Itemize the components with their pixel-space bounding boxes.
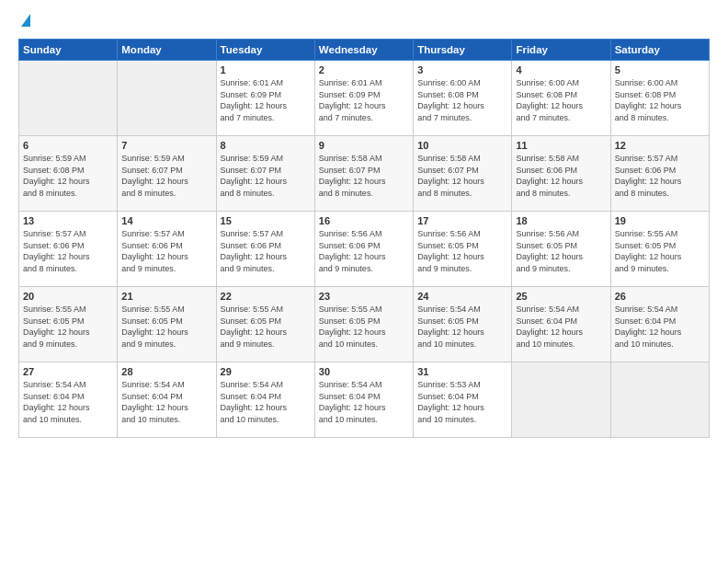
day-cell: 10Sunrise: 5:58 AM Sunset: 6:07 PM Dayli… — [414, 136, 512, 212]
day-info: Sunrise: 5:55 AM Sunset: 6:05 PM Dayligh… — [319, 304, 409, 350]
day-number: 20 — [23, 291, 113, 302]
day-number: 25 — [516, 291, 606, 302]
day-cell: 24Sunrise: 5:54 AM Sunset: 6:05 PM Dayli… — [414, 287, 512, 362]
day-cell: 14Sunrise: 5:57 AM Sunset: 6:06 PM Dayli… — [118, 212, 216, 287]
day-info: Sunrise: 5:54 AM Sunset: 6:04 PM Dayligh… — [615, 304, 705, 350]
week-row-5: 27Sunrise: 5:54 AM Sunset: 6:04 PM Dayli… — [19, 362, 710, 438]
day-number: 9 — [319, 140, 409, 151]
day-number: 1 — [221, 64, 311, 75]
day-number: 4 — [516, 64, 606, 75]
day-info: Sunrise: 5:54 AM Sunset: 6:05 PM Dayligh… — [417, 304, 507, 350]
day-cell: 13Sunrise: 5:57 AM Sunset: 6:06 PM Dayli… — [19, 212, 118, 287]
day-cell: 28Sunrise: 5:54 AM Sunset: 6:04 PM Dayli… — [118, 362, 216, 438]
day-number: 24 — [417, 291, 507, 302]
day-cell — [610, 362, 709, 438]
header-monday: Monday — [118, 40, 216, 61]
day-cell: 22Sunrise: 5:55 AM Sunset: 6:05 PM Dayli… — [216, 287, 314, 362]
day-cell: 8Sunrise: 5:59 AM Sunset: 6:07 PM Daylig… — [216, 136, 314, 212]
day-info: Sunrise: 5:55 AM Sunset: 6:05 PM Dayligh… — [23, 304, 113, 350]
header — [18, 17, 710, 29]
day-info: Sunrise: 6:01 AM Sunset: 6:09 PM Dayligh… — [319, 77, 409, 123]
day-cell: 4Sunrise: 6:00 AM Sunset: 6:08 PM Daylig… — [512, 61, 610, 136]
day-info: Sunrise: 6:00 AM Sunset: 6:08 PM Dayligh… — [615, 77, 705, 123]
day-number: 28 — [121, 366, 211, 377]
day-number: 13 — [23, 215, 113, 226]
day-number: 27 — [23, 366, 113, 377]
week-row-4: 20Sunrise: 5:55 AM Sunset: 6:05 PM Dayli… — [19, 287, 710, 362]
day-number: 2 — [319, 64, 409, 75]
day-cell: 23Sunrise: 5:55 AM Sunset: 6:05 PM Dayli… — [314, 287, 413, 362]
day-info: Sunrise: 5:54 AM Sunset: 6:04 PM Dayligh… — [516, 304, 606, 350]
day-number: 11 — [516, 140, 606, 151]
header-tuesday: Tuesday — [216, 40, 314, 61]
day-info: Sunrise: 6:00 AM Sunset: 6:08 PM Dayligh… — [417, 77, 507, 123]
week-row-1: 1Sunrise: 6:01 AM Sunset: 6:09 PM Daylig… — [19, 61, 710, 136]
day-info: Sunrise: 5:56 AM Sunset: 6:05 PM Dayligh… — [516, 228, 606, 274]
day-cell: 18Sunrise: 5:56 AM Sunset: 6:05 PM Dayli… — [512, 212, 610, 287]
week-row-2: 6Sunrise: 5:59 AM Sunset: 6:08 PM Daylig… — [19, 136, 710, 212]
day-number: 14 — [121, 215, 211, 226]
header-row: SundayMondayTuesdayWednesdayThursdayFrid… — [19, 40, 710, 61]
page: SundayMondayTuesdayWednesdayThursdayFrid… — [0, 0, 728, 563]
day-number: 18 — [516, 215, 606, 226]
day-number: 6 — [23, 140, 113, 151]
day-info: Sunrise: 5:57 AM Sunset: 6:06 PM Dayligh… — [615, 153, 705, 199]
day-cell: 6Sunrise: 5:59 AM Sunset: 6:08 PM Daylig… — [19, 136, 118, 212]
week-row-3: 13Sunrise: 5:57 AM Sunset: 6:06 PM Dayli… — [19, 212, 710, 287]
day-cell: 1Sunrise: 6:01 AM Sunset: 6:09 PM Daylig… — [216, 61, 314, 136]
day-cell: 16Sunrise: 5:56 AM Sunset: 6:06 PM Dayli… — [314, 212, 413, 287]
day-number: 7 — [121, 140, 211, 151]
day-cell — [19, 61, 118, 136]
day-info: Sunrise: 5:57 AM Sunset: 6:06 PM Dayligh… — [221, 228, 311, 274]
header-sunday: Sunday — [19, 40, 118, 61]
day-cell: 11Sunrise: 5:58 AM Sunset: 6:06 PM Dayli… — [512, 136, 610, 212]
day-cell: 29Sunrise: 5:54 AM Sunset: 6:04 PM Dayli… — [216, 362, 314, 438]
day-cell: 25Sunrise: 5:54 AM Sunset: 6:04 PM Dayli… — [512, 287, 610, 362]
day-info: Sunrise: 6:01 AM Sunset: 6:09 PM Dayligh… — [221, 77, 311, 123]
day-number: 10 — [417, 140, 507, 151]
day-cell: 9Sunrise: 5:58 AM Sunset: 6:07 PM Daylig… — [314, 136, 413, 212]
day-info: Sunrise: 5:58 AM Sunset: 6:07 PM Dayligh… — [319, 153, 409, 199]
day-number: 3 — [417, 64, 507, 75]
day-number: 31 — [417, 366, 507, 377]
day-cell — [118, 61, 216, 136]
day-info: Sunrise: 5:59 AM Sunset: 6:07 PM Dayligh… — [221, 153, 311, 199]
day-info: Sunrise: 5:54 AM Sunset: 6:04 PM Dayligh… — [23, 379, 113, 425]
header-thursday: Thursday — [414, 40, 512, 61]
day-cell: 12Sunrise: 5:57 AM Sunset: 6:06 PM Dayli… — [610, 136, 709, 212]
day-number: 23 — [319, 291, 409, 302]
day-info: Sunrise: 5:56 AM Sunset: 6:06 PM Dayligh… — [319, 228, 409, 274]
day-cell: 17Sunrise: 5:56 AM Sunset: 6:05 PM Dayli… — [414, 212, 512, 287]
day-number: 16 — [319, 215, 409, 226]
day-info: Sunrise: 5:56 AM Sunset: 6:05 PM Dayligh… — [417, 228, 507, 274]
day-info: Sunrise: 5:55 AM Sunset: 6:05 PM Dayligh… — [121, 304, 211, 350]
day-info: Sunrise: 6:00 AM Sunset: 6:08 PM Dayligh… — [516, 77, 606, 123]
day-cell: 2Sunrise: 6:01 AM Sunset: 6:09 PM Daylig… — [314, 61, 413, 136]
calendar-header: SundayMondayTuesdayWednesdayThursdayFrid… — [19, 40, 710, 61]
day-number: 29 — [221, 366, 311, 377]
day-number: 21 — [121, 291, 211, 302]
day-info: Sunrise: 5:58 AM Sunset: 6:07 PM Dayligh… — [417, 153, 507, 199]
day-info: Sunrise: 5:59 AM Sunset: 6:07 PM Dayligh… — [121, 153, 211, 199]
day-info: Sunrise: 5:54 AM Sunset: 6:04 PM Dayligh… — [319, 379, 409, 425]
logo-text — [18, 17, 31, 29]
day-info: Sunrise: 5:58 AM Sunset: 6:06 PM Dayligh… — [516, 153, 606, 199]
header-saturday: Saturday — [610, 40, 709, 61]
header-wednesday: Wednesday — [314, 40, 413, 61]
day-number: 12 — [615, 140, 705, 151]
day-number: 8 — [221, 140, 311, 151]
day-cell: 5Sunrise: 6:00 AM Sunset: 6:08 PM Daylig… — [610, 61, 709, 136]
header-friday: Friday — [512, 40, 610, 61]
day-cell: 3Sunrise: 6:00 AM Sunset: 6:08 PM Daylig… — [414, 61, 512, 136]
calendar-table: SundayMondayTuesdayWednesdayThursdayFrid… — [18, 39, 710, 438]
day-cell: 19Sunrise: 5:55 AM Sunset: 6:05 PM Dayli… — [610, 212, 709, 287]
day-info: Sunrise: 5:54 AM Sunset: 6:04 PM Dayligh… — [121, 379, 211, 425]
day-cell: 21Sunrise: 5:55 AM Sunset: 6:05 PM Dayli… — [118, 287, 216, 362]
day-info: Sunrise: 5:59 AM Sunset: 6:08 PM Dayligh… — [23, 153, 113, 199]
day-info: Sunrise: 5:57 AM Sunset: 6:06 PM Dayligh… — [121, 228, 211, 274]
day-info: Sunrise: 5:55 AM Sunset: 6:05 PM Dayligh… — [615, 228, 705, 274]
day-number: 5 — [615, 64, 705, 75]
logo-triangle-icon — [21, 14, 30, 27]
day-number: 26 — [615, 291, 705, 302]
day-info: Sunrise: 5:54 AM Sunset: 6:04 PM Dayligh… — [221, 379, 311, 425]
